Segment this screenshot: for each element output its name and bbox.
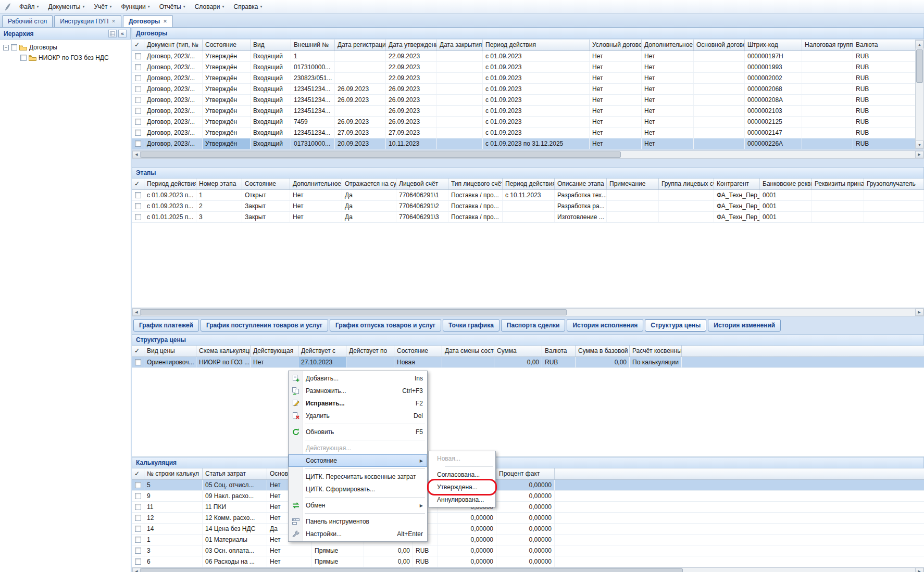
- menu-item[interactable]: Аннулирована...: [429, 493, 495, 506]
- column-header[interactable]: № строки калькул: [144, 468, 203, 479]
- row-checkbox[interactable]: [135, 548, 141, 554]
- menubar-item[interactable]: Функции▾: [116, 1, 154, 12]
- scroll-left-icon[interactable]: ◀: [132, 568, 141, 572]
- menu-item[interactable]: ЦИТК. Сформировать...: [289, 483, 427, 495]
- menu-item[interactable]: Обмен▶: [289, 499, 427, 512]
- column-header[interactable]: Статья затрат: [203, 468, 267, 479]
- row-checkbox[interactable]: [135, 526, 141, 532]
- tab-item[interactable]: Инструкции ПУП✕: [54, 15, 121, 27]
- column-header[interactable]: Состояние: [242, 179, 290, 189]
- table-row[interactable]: Договор, 2023/...УтверждёнВходящий230823…: [132, 73, 915, 84]
- menu-item[interactable]: Исправить...F2: [289, 397, 427, 410]
- tab-item[interactable]: Рабочий стол: [2, 15, 53, 27]
- row-checkbox[interactable]: [135, 359, 141, 365]
- column-header[interactable]: Действует с: [298, 346, 346, 357]
- row-checkbox[interactable]: [135, 119, 141, 125]
- table-row[interactable]: Договор, 2023/...УтверждёнВходящий123451…: [132, 128, 915, 138]
- tree-node[interactable]: −Договоры: [0, 42, 131, 53]
- menubar-item[interactable]: Документы▾: [44, 1, 90, 12]
- menu-item[interactable]: ЦИТК. Пересчитать косвенные затраты...: [289, 471, 427, 483]
- menu-item[interactable]: Настройки...Alt+Enter: [289, 528, 427, 540]
- menubar-item[interactable]: Файл▾: [15, 1, 44, 12]
- table-row[interactable]: 1111 ПКИНет0,000000,00000: [132, 502, 924, 513]
- table-row[interactable]: Договор, 2023/...УтверждёнВходящий123451…: [132, 84, 915, 95]
- table-row[interactable]: Договор, 2023/...УтверждёнВходящий017310…: [132, 138, 915, 149]
- scrollbar-track[interactable]: [141, 309, 915, 316]
- column-header[interactable]: Вид: [251, 40, 291, 50]
- detail-tab[interactable]: История исполнения: [567, 319, 643, 332]
- detail-tab[interactable]: История изменений: [708, 319, 781, 332]
- column-header[interactable]: Налоговая группа: [802, 40, 853, 50]
- collapse-sidebar-icon[interactable]: «: [118, 30, 127, 37]
- row-checkbox[interactable]: [135, 141, 141, 147]
- column-header[interactable]: Дополнительное с: [290, 179, 342, 189]
- column-header[interactable]: Документ (тип, №: [144, 40, 203, 50]
- column-header[interactable]: Отражается на су: [342, 179, 396, 189]
- column-header[interactable]: Период действия э: [503, 179, 555, 189]
- column-header[interactable]: Основной договор: [694, 40, 745, 50]
- column-header[interactable]: Вид цены: [144, 346, 196, 357]
- table-row[interactable]: 505 Соц. отчисл...Нет0,000000,00000: [132, 480, 924, 491]
- table-row[interactable]: с 01.09.2023 п...2ЗакрытНетДа7706406291\…: [132, 201, 924, 212]
- column-header[interactable]: Валюта: [853, 40, 915, 50]
- column-header[interactable]: Процент факт: [496, 468, 555, 479]
- detail-tab[interactable]: График поступления товаров и услуг: [201, 319, 328, 332]
- detail-tab[interactable]: Точки графика: [443, 319, 500, 332]
- tree-expand-icon[interactable]: −: [3, 45, 9, 50]
- table-row[interactable]: с 01.09.2023 п...1ОткрытНетДа7706406291\…: [132, 190, 924, 201]
- scroll-left-icon[interactable]: ◀: [132, 309, 141, 316]
- row-checkbox[interactable]: [135, 64, 141, 70]
- detail-tab[interactable]: График платежей: [133, 319, 199, 332]
- column-header[interactable]: ✓: [132, 468, 144, 479]
- table-row[interactable]: 101 МатериалыНет0,000000,00000: [132, 535, 924, 545]
- table-row[interactable]: Ориентировоч...НИОКР по ГОЗ ...Нет27.10.…: [132, 357, 924, 368]
- tab-active[interactable]: Договоры✕: [123, 15, 173, 27]
- scroll-right-icon[interactable]: ▶: [915, 309, 923, 316]
- column-header[interactable]: ✓: [132, 346, 144, 357]
- table-row[interactable]: Договор, 2023/...УтверждёнВходящий123451…: [132, 106, 915, 117]
- row-checkbox[interactable]: [135, 130, 141, 136]
- scrollbar-thumb[interactable]: [916, 49, 923, 83]
- detail-tab[interactable]: Структура цены: [645, 319, 706, 332]
- menu-item[interactable]: УдалитьDel: [289, 410, 427, 422]
- column-header[interactable]: Валюта: [542, 346, 576, 357]
- horizontal-scrollbar[interactable]: ◀ ▶: [132, 567, 924, 572]
- row-checkbox[interactable]: [135, 214, 141, 220]
- column-header[interactable]: Дата смены состо: [442, 346, 494, 357]
- menu-item[interactable]: Новая...: [429, 452, 495, 465]
- menubar-item[interactable]: Учёт▾: [89, 1, 116, 12]
- row-checkbox[interactable]: [135, 482, 141, 488]
- column-header[interactable]: Номер этапа: [196, 179, 242, 189]
- tree-checkbox[interactable]: [11, 44, 17, 50]
- scroll-up-icon[interactable]: ▲: [916, 40, 923, 48]
- menu-item[interactable]: Состояние▶: [289, 454, 427, 467]
- row-checkbox[interactable]: [135, 97, 141, 103]
- row-checkbox[interactable]: [135, 558, 141, 565]
- scrollbar-track[interactable]: [141, 568, 915, 572]
- menubar-item[interactable]: Словари▾: [190, 1, 229, 12]
- scroll-down-icon[interactable]: ▼: [916, 141, 923, 149]
- row-checkbox[interactable]: [135, 53, 141, 59]
- scrollbar-thumb[interactable]: [141, 309, 567, 315]
- column-header[interactable]: Дата закрытия: [437, 40, 483, 50]
- table-row[interactable]: Договор, 2023/...УтверждёнВходящий123451…: [132, 95, 915, 106]
- scroll-left-icon[interactable]: ◀: [132, 151, 141, 158]
- column-header[interactable]: Тип лицевого счёт: [448, 179, 503, 189]
- column-header[interactable]: Условный договор: [590, 40, 642, 50]
- scrollbar-thumb[interactable]: [141, 151, 621, 158]
- column-header[interactable]: Контрагент: [714, 179, 760, 189]
- table-row[interactable]: 909 Накл. расхо...Нет0,000000,00000: [132, 491, 924, 502]
- table-row[interactable]: с 01.01.2025 п...3ЗакрытНетДа7706406291\…: [132, 212, 924, 223]
- column-header[interactable]: Действующая: [251, 346, 298, 357]
- row-checkbox[interactable]: [135, 75, 141, 81]
- column-header[interactable]: Действует по: [346, 346, 394, 357]
- tree-checkbox[interactable]: [20, 55, 27, 61]
- detail-tab[interactable]: График отпуска товаров и услуг: [330, 319, 441, 332]
- table-row[interactable]: Договор, 2023/...УтверждёнВходящий745926…: [132, 117, 915, 128]
- menu-item[interactable]: ОбновитьF5: [289, 426, 427, 438]
- row-checkbox[interactable]: [135, 108, 141, 114]
- hierarchy-grid-icon[interactable]: [108, 30, 117, 37]
- column-header[interactable]: Дополнительное с: [642, 40, 694, 50]
- tree-node[interactable]: НИОКР по ГОЗ без НДС: [0, 53, 131, 63]
- horizontal-scrollbar[interactable]: ◀ ▶: [132, 150, 924, 159]
